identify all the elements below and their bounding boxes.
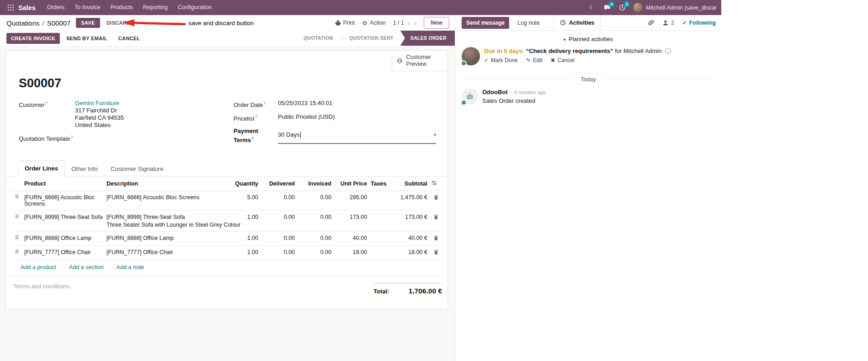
- page-title: S00007: [19, 76, 447, 90]
- menu-configuration[interactable]: Configuration: [173, 0, 217, 15]
- cell-description[interactable]: [FURN_7777] Office Chair: [105, 245, 224, 260]
- order-date-label: Order Date?: [234, 100, 278, 109]
- cell-delivered[interactable]: 0.00: [260, 231, 297, 245]
- breadcrumb-quotations[interactable]: Quotations: [6, 19, 40, 27]
- delete-line-icon[interactable]: [429, 191, 443, 210]
- terms-placeholder[interactable]: Terms and conditions...: [13, 283, 75, 290]
- customer-preview-button[interactable]: Customer Preview: [392, 51, 447, 71]
- pager-previous-icon[interactable]: ‹: [408, 19, 410, 27]
- messages-icon[interactable]: 4: [603, 4, 611, 12]
- following-button[interactable]: ✓ Following: [682, 19, 716, 26]
- create-invoice-button[interactable]: CREATE INVOICE: [6, 33, 60, 44]
- stage-quotation[interactable]: QUOTATION: [297, 31, 340, 46]
- apps-grid-icon[interactable]: [5, 2, 16, 14]
- menu-to-invoice[interactable]: To Invoice: [69, 0, 105, 15]
- pager-value[interactable]: 1 / 1: [393, 20, 404, 26]
- globe-icon: [397, 57, 403, 64]
- stage-quotation-sent[interactable]: QUOTATION SENT: [342, 31, 400, 46]
- action-button[interactable]: ⚙ Action: [362, 20, 385, 27]
- user-avatar: [633, 3, 643, 12]
- cell-delivered[interactable]: 0.00: [260, 245, 297, 260]
- mark-done-button[interactable]: ✓Mark Done: [484, 57, 518, 64]
- cell-taxes[interactable]: [369, 210, 391, 231]
- cancel-activity-button[interactable]: ✖Cancel: [551, 57, 575, 64]
- attachments-paperclip-icon[interactable]: [648, 20, 655, 26]
- cell-invoiced[interactable]: 0.00: [297, 245, 333, 260]
- add-section-link[interactable]: Add a section: [69, 264, 104, 271]
- cancel-button[interactable]: CANCEL: [114, 33, 145, 44]
- add-product-link[interactable]: Add a product: [21, 264, 56, 271]
- cell-description[interactable]: [FURN_8999] Three-Seat Sofa Three Seater…: [105, 210, 224, 231]
- cell-invoiced[interactable]: 0.00: [297, 191, 333, 210]
- cell-description[interactable]: [FURN_6666] Acoustic Bloc Screens: [105, 191, 224, 210]
- cell-delivered[interactable]: 0.00: [260, 210, 297, 231]
- table-header-row: Product Description Quantity Delivered I…: [11, 176, 443, 191]
- stage-sales-order[interactable]: SALES ORDER: [400, 31, 455, 46]
- chevron-down-icon: ▾: [564, 37, 566, 42]
- cell-unit-price[interactable]: 40.00: [333, 231, 369, 245]
- print-button[interactable]: Print: [335, 20, 355, 26]
- discard-button[interactable]: DISCARD: [103, 18, 134, 28]
- menu-reporting[interactable]: Reporting: [138, 0, 173, 15]
- log-note-button[interactable]: Log note: [514, 17, 543, 29]
- cell-unit-price[interactable]: 173.00: [333, 210, 369, 231]
- activities-clock-icon[interactable]: 2: [618, 4, 626, 12]
- customer-address-line1: 317 Fairchild Dr: [75, 107, 124, 114]
- pricelist-value[interactable]: Public Pricelist (USD): [278, 113, 335, 122]
- customer-link[interactable]: Gemini Furniture: [75, 100, 119, 106]
- cell-taxes[interactable]: [369, 231, 391, 245]
- date-separator: Today: [462, 76, 715, 83]
- user-menu[interactable]: Mitchell Admin (save_discar: [633, 3, 717, 12]
- info-icon[interactable]: i: [665, 48, 671, 54]
- drag-handle[interactable]: ⠿: [11, 231, 22, 245]
- cell-product[interactable]: [FURN_6666] Acoustic Bloc Screens: [22, 191, 105, 210]
- followers-icon[interactable]: 2: [662, 20, 674, 26]
- new-button[interactable]: New: [424, 17, 449, 29]
- tab-other-info[interactable]: Other Info: [65, 161, 104, 176]
- cell-taxes[interactable]: [369, 191, 391, 210]
- dark-mode-moon-icon[interactable]: ☾: [588, 4, 596, 12]
- delete-line-icon[interactable]: [429, 231, 443, 245]
- menu-orders[interactable]: Orders: [42, 0, 69, 15]
- planned-activities-header[interactable]: ▾ Planned activities: [460, 36, 717, 42]
- activities-tab[interactable]: Activities: [554, 15, 601, 30]
- tab-customer-signature[interactable]: Customer Signature: [104, 161, 170, 176]
- cell-product[interactable]: [FURN_8888] Office Lamp: [22, 231, 105, 245]
- cell-delivered[interactable]: 0.00: [260, 191, 297, 210]
- cell-taxes[interactable]: [369, 245, 391, 260]
- delete-line-icon[interactable]: [429, 245, 443, 260]
- message-author[interactable]: OdooBot: [482, 89, 508, 96]
- tab-order-lines[interactable]: Order Lines: [18, 160, 65, 176]
- optional-columns-icon[interactable]: [429, 176, 443, 191]
- cell-product[interactable]: [FURN_7777] Office Chair: [22, 245, 105, 260]
- cell-quantity[interactable]: 1.00: [224, 245, 260, 260]
- drag-handle[interactable]: ⠿: [11, 245, 22, 260]
- edit-activity-button[interactable]: ✎Edit: [526, 57, 543, 64]
- dropdown-caret-icon[interactable]: ▾: [433, 131, 436, 138]
- order-date-value[interactable]: 05/25/2023 15:40:01: [278, 100, 332, 109]
- drag-handle[interactable]: ⠿: [11, 210, 22, 231]
- help-marker: ?: [251, 136, 254, 141]
- payment-terms-input[interactable]: 30 Days ▾: [278, 127, 436, 144]
- customer-preview-label: Customer Preview: [406, 54, 443, 68]
- stage-pipeline: QUOTATION QUOTATION SENT SALES ORDER: [297, 31, 455, 46]
- cell-quantity[interactable]: 1.00: [224, 210, 260, 231]
- send-message-button[interactable]: Send message: [462, 17, 509, 29]
- drag-handle[interactable]: ⠿: [11, 191, 22, 210]
- cell-quantity[interactable]: 5.00: [224, 191, 260, 210]
- cell-invoiced[interactable]: 0.00: [297, 210, 333, 231]
- pager-next-icon[interactable]: ›: [414, 19, 417, 27]
- app-name[interactable]: Sales: [18, 4, 36, 11]
- delete-line-icon[interactable]: [429, 210, 443, 231]
- cell-unit-price[interactable]: 295.00: [333, 191, 369, 210]
- col-unit-price: Unit Price: [333, 176, 369, 191]
- cell-unit-price[interactable]: 18.00: [333, 245, 369, 260]
- menu-products[interactable]: Products: [105, 0, 138, 15]
- send-by-email-button[interactable]: SEND BY EMAIL: [62, 33, 112, 44]
- cell-product[interactable]: [FURN_8999] Three-Seat Sofa: [22, 210, 105, 231]
- save-button[interactable]: SAVE: [76, 18, 100, 28]
- cell-description[interactable]: [FURN_8888] Office Lamp: [105, 231, 224, 245]
- cell-invoiced[interactable]: 0.00: [297, 231, 333, 245]
- cell-quantity[interactable]: 1.00: [224, 231, 260, 245]
- add-note-link[interactable]: Add a note: [117, 264, 144, 271]
